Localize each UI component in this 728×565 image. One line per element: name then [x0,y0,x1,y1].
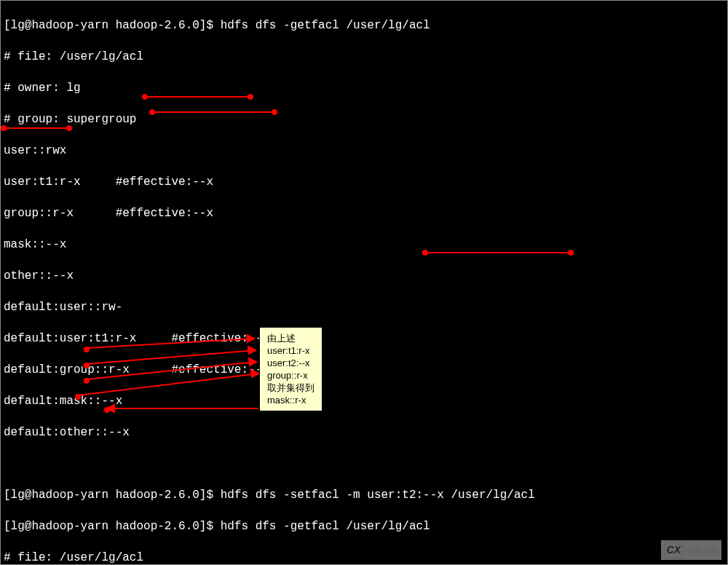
underline-dot [568,250,574,256]
out-b1-l7: other::--x [4,269,724,285]
underline-dot [272,109,277,115]
underline-effective-1 [145,96,250,98]
underline-dot [1,125,7,131]
out-b1-l0: # file: /user/lg/acl [4,50,724,66]
arrow-origin-dot [84,378,90,384]
out-b1-l9: default:user:t1:r-x #effective:--x [4,331,724,347]
anno-l5: mask::r-x [267,394,314,406]
out-b1-l4: user:t1:r-x #effective:--x [4,175,724,191]
underline-mask [4,127,69,129]
out-b1-l5: group::r-x #effective:--x [4,206,724,222]
arrow-origin-dot [84,347,90,352]
out-b1-l2: # group: supergroup [4,112,724,128]
annotation-box: 由上述 user:t1:r-x user:t2:--x group::r-x 取… [259,327,323,411]
anno-l4: 取并集得到 [267,382,314,394]
watermark-logo-icon: CX [664,542,684,559]
out-b2-l0: # file: /user/lg/acl [4,550,724,566]
cmd-1: hdfs dfs -getfacl /user/lg/acl [221,19,430,32]
arrow-origin-dot [104,407,110,413]
prompt-1: [lg@hadoop-yarn hadoop-2.6.0]$ [4,19,221,32]
anno-l3: group::r-x [267,369,314,382]
prompt-2: [lg@hadoop-yarn hadoop-2.6.0]$ [4,489,221,502]
arrow-origin-dot [84,363,90,368]
cmd-3: hdfs dfs -getfacl /user/lg/acl [221,520,430,533]
out-b1-l10: default:group::r-x #effective:--x [4,363,724,379]
anno-l2: user:t2:--x [267,357,314,369]
underline-dot [248,94,253,100]
underline-setfacl [425,252,571,253]
out-b1-l3: user::rwx [4,143,724,159]
underline-dot [142,94,148,100]
anno-l1: user:t1:r-x [267,344,314,357]
underline-dot [66,125,72,131]
out-b1-l6: mask::--x [4,237,724,253]
cmd-2: hdfs dfs -setfacl -m user:t2:--x /user/l… [221,489,535,502]
terminal[interactable]: [lg@hadoop-yarn hadoop-2.6.0]$ hdfs dfs … [4,2,724,565]
underline-dot [149,109,155,115]
prompt-3: [lg@hadoop-yarn hadoop-2.6.0]$ [4,520,221,533]
watermark: CX 创新互联 [661,540,721,561]
out-b1-l12: default:other::--x [4,425,724,441]
arrow-origin-dot [75,394,81,400]
out-b1-l1: # owner: lg [4,81,724,97]
anno-l0: 由上述 [267,332,314,344]
out-b1-l8: default:user::rw- [4,300,724,316]
out-b1-l11: default:mask::--x [4,394,724,410]
watermark-text: 创新互联 [687,542,719,558]
underline-dot [422,250,428,256]
underline-effective-2 [152,111,274,113]
